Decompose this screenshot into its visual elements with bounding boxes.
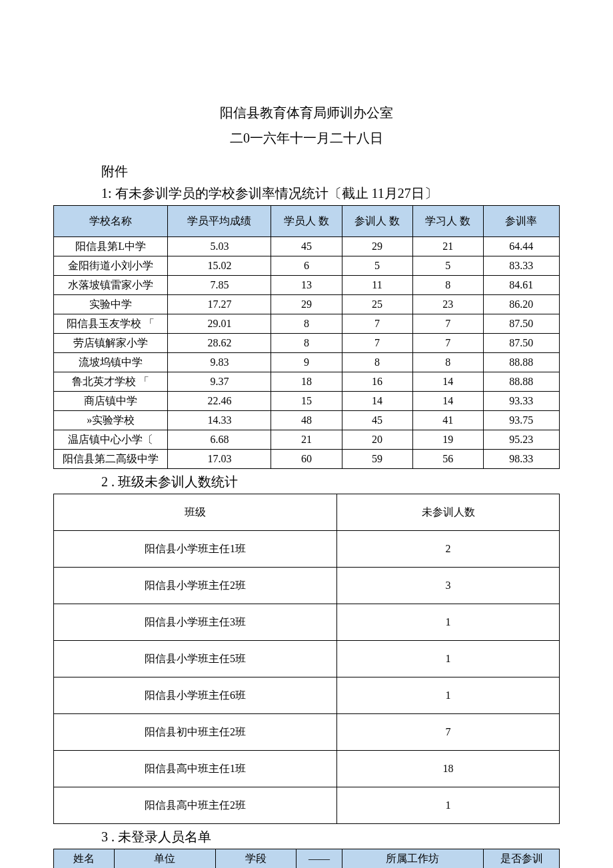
cell-study: 19	[412, 430, 483, 450]
document-page: 阳信县教育体育局师训办公室 二0一六年十一月二十八日 附件 1: 有未参训学员的…	[0, 0, 613, 868]
issuer-line: 阳信县教育体育局师训办公室	[53, 100, 560, 125]
table-header-row: 姓名 单位 学段 —— 所属工作坊 是否参训	[54, 849, 560, 869]
col-study: 学习人 数	[412, 206, 483, 237]
attachment-label: 附件	[101, 163, 560, 181]
table-row: 温店镇中心小学〔6.6821201995.23	[54, 430, 560, 450]
document-header: 阳信县教育体育局师训办公室 二0一六年十一月二十八日	[53, 100, 560, 151]
cell-avg: 14.33	[168, 411, 271, 430]
cell-cls: 阳信县小学班主任6班	[54, 677, 337, 714]
cell-avg: 28.62	[168, 334, 271, 353]
cell-study: 14	[412, 372, 483, 392]
cell-total: 48	[271, 411, 342, 430]
cell-school: 温店镇中心小学〔	[54, 430, 168, 450]
col-unit: 单位	[115, 849, 216, 869]
cell-rate: 93.75	[483, 411, 559, 430]
col-name: 姓名	[54, 849, 115, 869]
cell-train: 11	[342, 276, 412, 295]
cell-school: 商店镇中学	[54, 392, 168, 411]
cell-total: 18	[271, 372, 342, 392]
cell-total: 60	[271, 450, 342, 469]
cell-train: 59	[342, 450, 412, 469]
section1-title: 1: 有未参训学员的学校参训率情况统计〔截止 11月27日〕	[101, 185, 560, 203]
table-header-row: 班级 未参训人数	[54, 494, 560, 531]
cell-cls: 阳信县小学班主任3班	[54, 604, 337, 641]
cell-total: 8	[271, 314, 342, 334]
table-row: 阳信县第二高级中学17.0360595698.33	[54, 450, 560, 469]
cell-school: 流坡坞镇中学	[54, 353, 168, 372]
cell-avg: 7.85	[168, 276, 271, 295]
cell-cls: 阳信县初中班主任2班	[54, 714, 337, 751]
col-blank: ——	[297, 849, 342, 869]
cell-rate: 83.33	[483, 256, 559, 276]
cell-school: 金阳街道小刘小学	[54, 256, 168, 276]
cell-cls: 阳信县高中班主任2班	[54, 787, 337, 824]
cell-train: 7	[342, 314, 412, 334]
cell-count: 1	[337, 677, 560, 714]
cell-count: 2	[337, 531, 560, 568]
cell-study: 8	[412, 276, 483, 295]
col-class: 班级	[54, 494, 337, 531]
cell-rate: 95.23	[483, 430, 559, 450]
school-rate-table: 学校名称 学员平均成绩 学员人 数 参训人 数 学习人 数 参训率 阳信县第L中…	[53, 205, 560, 469]
cell-school: »实验学校	[54, 411, 168, 430]
cell-rate: 88.88	[483, 353, 559, 372]
cell-study: 7	[412, 314, 483, 334]
cell-avg: 22.46	[168, 392, 271, 411]
cell-school: 阳信县第二高级中学	[54, 450, 168, 469]
table-row: »实验学校14.3348454193.75	[54, 411, 560, 430]
table-row: 阳信县玉友学校 「29.0187787.50	[54, 314, 560, 334]
cell-rate: 64.44	[483, 237, 559, 256]
cell-train: 29	[342, 237, 412, 256]
class-absent-table: 班级 未参训人数 阳信县小学班主任1班2阳信县小学班主任2班3阳信县小学班主任3…	[53, 494, 560, 824]
cell-study: 23	[412, 295, 483, 314]
col-total: 学员人 数	[271, 206, 342, 237]
cell-school: 鲁北英才学校 「	[54, 372, 168, 392]
cell-count: 3	[337, 568, 560, 604]
col-workshop: 所属工作坊	[342, 849, 484, 869]
cell-school: 水落坡镇雷家小学	[54, 276, 168, 295]
cell-train: 7	[342, 334, 412, 353]
table-row: 金阳街道小刘小学15.0265583.33	[54, 256, 560, 276]
cell-rate: 86.20	[483, 295, 559, 314]
cell-rate: 88.88	[483, 372, 559, 392]
cell-total: 15	[271, 392, 342, 411]
cell-school: 实验中学	[54, 295, 168, 314]
col-count: 未参训人数	[337, 494, 560, 531]
section2-title: 2 . 班级未参训人数统计	[101, 473, 560, 491]
col-joined: 是否参训	[484, 849, 560, 869]
cell-school: 阳信县第L中学	[54, 237, 168, 256]
cell-cls: 阳信县小学班主任1班	[54, 531, 337, 568]
cell-avg: 9.83	[168, 353, 271, 372]
table-row: 阳信县小学班主任2班3	[54, 568, 560, 604]
cell-cls: 阳信县小学班主任5班	[54, 641, 337, 677]
cell-avg: 6.68	[168, 430, 271, 450]
cell-avg: 29.01	[168, 314, 271, 334]
cell-avg: 17.27	[168, 295, 271, 314]
cell-avg: 17.03	[168, 450, 271, 469]
table-row: 商店镇中学22.4615141493.33	[54, 392, 560, 411]
table-row: 阳信县小学班主任3班1	[54, 604, 560, 641]
cell-avg: 9.37	[168, 372, 271, 392]
cell-train: 8	[342, 353, 412, 372]
cell-count: 1	[337, 641, 560, 677]
section3-title: 3 . 未登录人员名单	[101, 828, 560, 846]
col-avg: 学员平均成绩	[168, 206, 271, 237]
cell-avg: 15.02	[168, 256, 271, 276]
table-header-row: 学校名称 学员平均成绩 学员人 数 参训人 数 学习人 数 参训率	[54, 206, 560, 237]
cell-rate: 98.33	[483, 450, 559, 469]
cell-study: 5	[412, 256, 483, 276]
cell-study: 14	[412, 392, 483, 411]
table-row: 流坡坞镇中学9.8398888.88	[54, 353, 560, 372]
cell-rate: 87.50	[483, 334, 559, 353]
cell-total: 9	[271, 353, 342, 372]
col-train: 参训人 数	[342, 206, 412, 237]
table-row: 实验中学17.2729252386.20	[54, 295, 560, 314]
cell-total: 45	[271, 237, 342, 256]
cell-cls: 阳信县小学班主任2班	[54, 568, 337, 604]
cell-train: 14	[342, 392, 412, 411]
cell-cls: 阳信县高中班主任1班	[54, 751, 337, 787]
cell-study: 8	[412, 353, 483, 372]
table-row: 鲁北英才学校 「9.3718161488.88	[54, 372, 560, 392]
cell-study: 21	[412, 237, 483, 256]
col-stage: 学段	[215, 849, 296, 869]
